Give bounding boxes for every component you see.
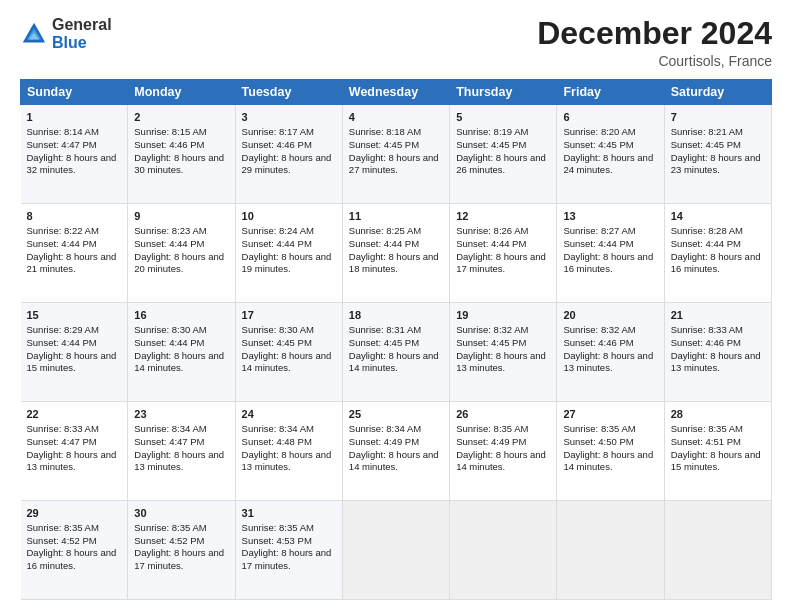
calendar-cell — [450, 501, 557, 600]
day-number: 13 — [563, 209, 657, 224]
calendar-cell: 16 Sunrise: 8:30 AM Sunset: 4:44 PM Dayl… — [128, 303, 235, 402]
day-number: 22 — [27, 407, 122, 422]
calendar-week-1: 1 Sunrise: 8:14 AM Sunset: 4:47 PM Dayli… — [21, 105, 772, 204]
sunrise-label: Sunrise: 8:35 AM — [242, 522, 314, 533]
sunrise-label: Sunrise: 8:23 AM — [134, 225, 206, 236]
calendar-cell: 7 Sunrise: 8:21 AM Sunset: 4:45 PM Dayli… — [664, 105, 771, 204]
daylight-label: Daylight: 8 hours and 14 minutes. — [456, 449, 546, 473]
sunrise-label: Sunrise: 8:33 AM — [671, 324, 743, 335]
calendar-cell: 30 Sunrise: 8:35 AM Sunset: 4:52 PM Dayl… — [128, 501, 235, 600]
daylight-label: Daylight: 8 hours and 14 minutes. — [242, 350, 332, 374]
calendar-header-tuesday: Tuesday — [235, 80, 342, 105]
sunrise-label: Sunrise: 8:21 AM — [671, 126, 743, 137]
logo-text: General Blue — [52, 16, 112, 51]
sunset-label: Sunset: 4:45 PM — [456, 139, 526, 150]
day-number: 12 — [456, 209, 550, 224]
daylight-label: Daylight: 8 hours and 17 minutes. — [456, 251, 546, 275]
calendar-cell — [557, 501, 664, 600]
day-number: 2 — [134, 110, 228, 125]
daylight-label: Daylight: 8 hours and 17 minutes. — [134, 547, 224, 571]
daylight-label: Daylight: 8 hours and 21 minutes. — [27, 251, 117, 275]
sunrise-label: Sunrise: 8:35 AM — [671, 423, 743, 434]
sunset-label: Sunset: 4:44 PM — [27, 238, 97, 249]
day-number: 31 — [242, 506, 336, 521]
daylight-label: Daylight: 8 hours and 18 minutes. — [349, 251, 439, 275]
calendar-week-2: 8 Sunrise: 8:22 AM Sunset: 4:44 PM Dayli… — [21, 204, 772, 303]
daylight-label: Daylight: 8 hours and 13 minutes. — [27, 449, 117, 473]
day-number: 3 — [242, 110, 336, 125]
day-number: 27 — [563, 407, 657, 422]
sunset-label: Sunset: 4:52 PM — [134, 535, 204, 546]
sunset-label: Sunset: 4:52 PM — [27, 535, 97, 546]
sunrise-label: Sunrise: 8:34 AM — [242, 423, 314, 434]
calendar-cell: 3 Sunrise: 8:17 AM Sunset: 4:46 PM Dayli… — [235, 105, 342, 204]
header: General Blue December 2024 Courtisols, F… — [20, 16, 772, 69]
sunrise-label: Sunrise: 8:32 AM — [563, 324, 635, 335]
calendar-cell: 20 Sunrise: 8:32 AM Sunset: 4:46 PM Dayl… — [557, 303, 664, 402]
sunrise-label: Sunrise: 8:35 AM — [563, 423, 635, 434]
calendar-header-row: SundayMondayTuesdayWednesdayThursdayFrid… — [21, 80, 772, 105]
daylight-label: Daylight: 8 hours and 14 minutes. — [563, 449, 653, 473]
calendar-table: SundayMondayTuesdayWednesdayThursdayFrid… — [20, 79, 772, 600]
daylight-label: Daylight: 8 hours and 13 minutes. — [671, 350, 761, 374]
calendar-cell: 17 Sunrise: 8:30 AM Sunset: 4:45 PM Dayl… — [235, 303, 342, 402]
sunset-label: Sunset: 4:46 PM — [134, 139, 204, 150]
sunrise-label: Sunrise: 8:31 AM — [349, 324, 421, 335]
daylight-label: Daylight: 8 hours and 20 minutes. — [134, 251, 224, 275]
sunset-label: Sunset: 4:53 PM — [242, 535, 312, 546]
sunrise-label: Sunrise: 8:24 AM — [242, 225, 314, 236]
sunrise-label: Sunrise: 8:22 AM — [27, 225, 99, 236]
day-number: 28 — [671, 407, 765, 422]
daylight-label: Daylight: 8 hours and 26 minutes. — [456, 152, 546, 176]
calendar-cell: 24 Sunrise: 8:34 AM Sunset: 4:48 PM Dayl… — [235, 402, 342, 501]
calendar-cell: 27 Sunrise: 8:35 AM Sunset: 4:50 PM Dayl… — [557, 402, 664, 501]
daylight-label: Daylight: 8 hours and 13 minutes. — [563, 350, 653, 374]
calendar-cell: 15 Sunrise: 8:29 AM Sunset: 4:44 PM Dayl… — [21, 303, 128, 402]
sunset-label: Sunset: 4:45 PM — [242, 337, 312, 348]
sunset-label: Sunset: 4:44 PM — [671, 238, 741, 249]
sunrise-label: Sunrise: 8:35 AM — [456, 423, 528, 434]
daylight-label: Daylight: 8 hours and 16 minutes. — [27, 547, 117, 571]
daylight-label: Daylight: 8 hours and 16 minutes. — [671, 251, 761, 275]
sunset-label: Sunset: 4:46 PM — [242, 139, 312, 150]
calendar-cell: 11 Sunrise: 8:25 AM Sunset: 4:44 PM Dayl… — [342, 204, 449, 303]
daylight-label: Daylight: 8 hours and 15 minutes. — [671, 449, 761, 473]
calendar-header-monday: Monday — [128, 80, 235, 105]
day-number: 4 — [349, 110, 443, 125]
sunset-label: Sunset: 4:45 PM — [563, 139, 633, 150]
logo: General Blue — [20, 16, 112, 51]
sunset-label: Sunset: 4:44 PM — [456, 238, 526, 249]
logo-general: General — [52, 16, 112, 33]
day-number: 19 — [456, 308, 550, 323]
sunset-label: Sunset: 4:44 PM — [349, 238, 419, 249]
sunset-label: Sunset: 4:47 PM — [27, 436, 97, 447]
sunset-label: Sunset: 4:48 PM — [242, 436, 312, 447]
calendar-cell — [342, 501, 449, 600]
daylight-label: Daylight: 8 hours and 30 minutes. — [134, 152, 224, 176]
sunset-label: Sunset: 4:44 PM — [27, 337, 97, 348]
day-number: 1 — [27, 110, 122, 125]
sunset-label: Sunset: 4:44 PM — [563, 238, 633, 249]
sunrise-label: Sunrise: 8:19 AM — [456, 126, 528, 137]
daylight-label: Daylight: 8 hours and 24 minutes. — [563, 152, 653, 176]
sunset-label: Sunset: 4:51 PM — [671, 436, 741, 447]
calendar-cell: 6 Sunrise: 8:20 AM Sunset: 4:45 PM Dayli… — [557, 105, 664, 204]
calendar-cell: 18 Sunrise: 8:31 AM Sunset: 4:45 PM Dayl… — [342, 303, 449, 402]
sunrise-label: Sunrise: 8:30 AM — [134, 324, 206, 335]
calendar-cell: 22 Sunrise: 8:33 AM Sunset: 4:47 PM Dayl… — [21, 402, 128, 501]
month-title: December 2024 — [537, 16, 772, 51]
sunrise-label: Sunrise: 8:25 AM — [349, 225, 421, 236]
daylight-label: Daylight: 8 hours and 13 minutes. — [242, 449, 332, 473]
day-number: 16 — [134, 308, 228, 323]
title-section: December 2024 Courtisols, France — [537, 16, 772, 69]
calendar-cell: 29 Sunrise: 8:35 AM Sunset: 4:52 PM Dayl… — [21, 501, 128, 600]
calendar-week-3: 15 Sunrise: 8:29 AM Sunset: 4:44 PM Dayl… — [21, 303, 772, 402]
calendar-header-thursday: Thursday — [450, 80, 557, 105]
day-number: 14 — [671, 209, 765, 224]
calendar-cell: 5 Sunrise: 8:19 AM Sunset: 4:45 PM Dayli… — [450, 105, 557, 204]
calendar-header-wednesday: Wednesday — [342, 80, 449, 105]
daylight-label: Daylight: 8 hours and 16 minutes. — [563, 251, 653, 275]
calendar-cell — [664, 501, 771, 600]
calendar-cell: 8 Sunrise: 8:22 AM Sunset: 4:44 PM Dayli… — [21, 204, 128, 303]
day-number: 30 — [134, 506, 228, 521]
